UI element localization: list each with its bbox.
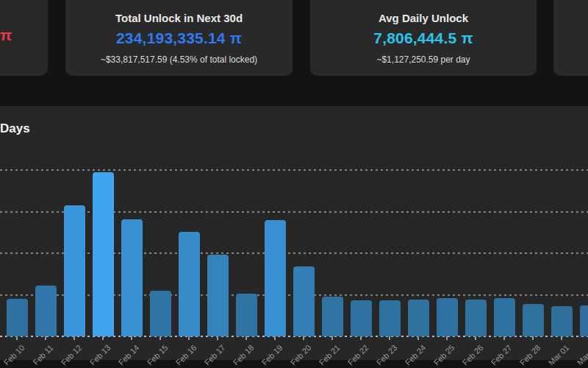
gridline: [0, 169, 588, 171]
bar-feb-19[interactable]: [265, 220, 286, 336]
bar-feb-18[interactable]: [236, 294, 257, 336]
bar-mar-02[interactable]: [580, 305, 588, 336]
axis-tick: [417, 336, 419, 340]
bar-feb-14[interactable]: [121, 219, 143, 336]
bar-feb-16[interactable]: [179, 232, 200, 336]
bar-feb-17[interactable]: [207, 255, 229, 336]
card-title: Avg Daily Unlock: [379, 12, 468, 24]
bar-feb-12[interactable]: [64, 205, 85, 336]
bar-mar-01[interactable]: [551, 306, 573, 336]
x-axis-label: Feb 10: [0, 343, 26, 368]
plot-area: Feb 10Feb 11Feb 12Feb 13Feb 14Feb 15Feb …: [0, 106, 588, 360]
axis-tick: [217, 336, 218, 340]
axis-tick: [446, 336, 448, 340]
bar-feb-27[interactable]: [494, 298, 515, 336]
card-subtitle: ~$33,817,517.59 (4.53% of total locked): [101, 54, 257, 65]
card-partial-right: [553, 0, 588, 76]
bar-feb-25[interactable]: [437, 298, 458, 336]
axis-tick: [159, 336, 161, 340]
card-title: Total Unlock in Next 30d: [115, 12, 243, 24]
gridline: [0, 211, 588, 213]
axis-tick: [45, 336, 46, 340]
bar-feb-13[interactable]: [93, 172, 114, 336]
axis-tick: [188, 336, 190, 340]
card-subtitle: ~$1,127,250.59 per day: [376, 54, 470, 65]
bar-feb-28[interactable]: [523, 304, 544, 336]
card-value: 7,806,444.5 π: [373, 29, 473, 47]
bar-feb-20[interactable]: [293, 266, 315, 336]
bar-feb-22[interactable]: [351, 300, 372, 336]
gridline: [0, 252, 588, 254]
axis-tick: [16, 336, 18, 340]
unlock-chart-panel: Days Feb 10Feb 11Feb 12Feb 13Feb 14Feb 1…: [0, 106, 588, 360]
axis-tick: [389, 336, 390, 340]
bar-feb-24[interactable]: [408, 300, 429, 336]
axis-tick: [475, 336, 476, 340]
card-total-unlock-30d: Total Unlock in Next 30d 234,193,335.14 …: [65, 0, 293, 76]
bar-feb-23[interactable]: [379, 300, 401, 336]
locked-value-fragment: π: [0, 26, 12, 44]
axis-tick: [561, 336, 562, 340]
axis-tick: [303, 336, 304, 340]
card-avg-daily-unlock: Avg Daily Unlock 7,806,444.5 π ~$1,127,2…: [310, 0, 537, 76]
axis-tick: [245, 336, 247, 340]
bar-feb-15[interactable]: [150, 291, 171, 336]
axis-tick: [532, 336, 534, 340]
axis-tick: [274, 336, 276, 340]
axis-tick: [102, 336, 104, 340]
bar-feb-26[interactable]: [465, 300, 487, 336]
bar-feb-10[interactable]: [7, 299, 28, 336]
axis-tick: [131, 336, 132, 340]
card-value: 234,193,335.14 π: [116, 29, 242, 47]
bar-feb-21[interactable]: [322, 297, 343, 336]
axis-tick: [360, 336, 362, 340]
axis-tick: [331, 336, 333, 340]
axis-tick: [74, 336, 75, 340]
bar-feb-11[interactable]: [35, 286, 57, 336]
card-total-locked: π: [0, 0, 48, 76]
axis-tick: [503, 336, 505, 340]
